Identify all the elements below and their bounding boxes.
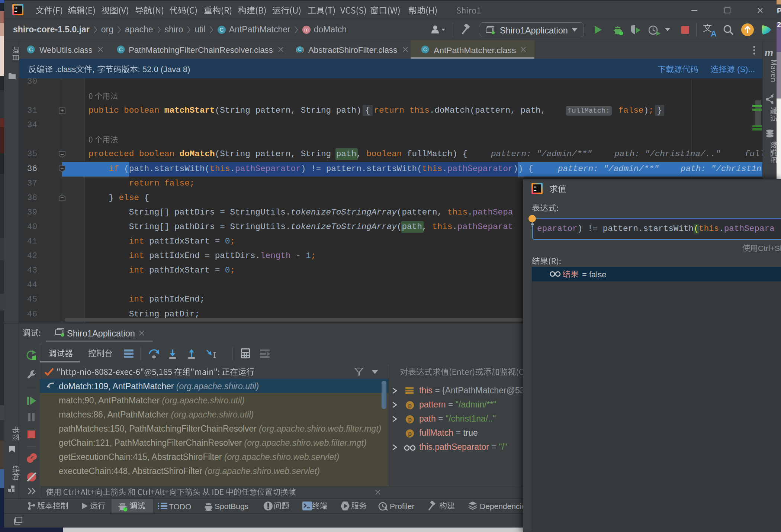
svg-text:C: C (219, 26, 224, 33)
svg-text:A: A (711, 29, 717, 38)
svg-text:IJ: IJ (15, 6, 17, 10)
svg-text:IJ: IJ (534, 185, 537, 189)
svg-text:m: m (304, 26, 309, 33)
svg-text:C: C (119, 46, 123, 52)
svg-text:): ) (302, 46, 304, 53)
svg-text:p: p (408, 402, 412, 409)
svg-text:C: C (298, 47, 302, 52)
svg-text:C: C (423, 46, 427, 52)
svg-text:C: C (29, 46, 33, 52)
svg-text:p: p (408, 416, 412, 423)
svg-text:p: p (408, 431, 412, 438)
